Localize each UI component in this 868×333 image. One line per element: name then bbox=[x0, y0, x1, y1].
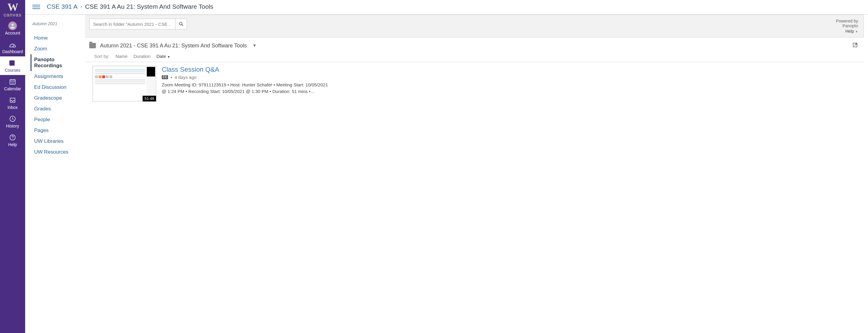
recording-details: Zoom Meeting ID: 97911123519 • Host: Hun… bbox=[162, 82, 330, 95]
course-menu-people[interactable]: People bbox=[32, 114, 81, 125]
breadcrumb-separator: › bbox=[81, 4, 82, 9]
term-label: Autumn 2021 bbox=[32, 21, 81, 26]
chevron-down-icon: ▼ bbox=[855, 30, 858, 33]
brand-logo[interactable]: W canvas bbox=[0, 0, 25, 19]
global-nav: W canvas Account Dashboard Courses Calen… bbox=[0, 0, 25, 333]
course-menu-panopto[interactable]: Panopto Recordings bbox=[31, 54, 81, 71]
nav-help[interactable]: Help bbox=[0, 131, 25, 149]
nav-help-label: Help bbox=[0, 142, 25, 147]
topbar: CSE 391 A › CSE 391 A Au 21: System And … bbox=[25, 0, 868, 15]
panopto-brand-label: Panopto bbox=[836, 23, 858, 28]
sort-row: Sort by: Name Duration Date ▼ bbox=[85, 53, 864, 62]
breadcrumb-course-link[interactable]: CSE 391 A bbox=[47, 3, 78, 10]
open-external-button[interactable] bbox=[852, 42, 859, 50]
recording-thumbnail[interactable]: 51:46 bbox=[92, 66, 156, 102]
recording-info: Class Session Q&A CC • 4 days ago Zoom M… bbox=[162, 66, 330, 102]
nav-calendar-label: Calendar bbox=[0, 86, 25, 91]
avatar-icon bbox=[0, 22, 25, 30]
search-input[interactable] bbox=[90, 19, 175, 29]
sort-label: Sort by: bbox=[94, 54, 110, 59]
search-button[interactable] bbox=[175, 19, 187, 29]
svg-point-4 bbox=[12, 139, 13, 139]
nav-history-label: History bbox=[0, 123, 25, 129]
nav-account[interactable]: Account bbox=[0, 19, 25, 38]
recording-age: 4 days ago bbox=[175, 75, 196, 80]
course-menu-gradescope[interactable]: Gradescope bbox=[32, 93, 81, 104]
chevron-down-icon: ▼ bbox=[167, 55, 170, 58]
bullet-icon: • bbox=[170, 75, 172, 80]
powered-by-label: Powered by bbox=[836, 19, 858, 23]
panopto-help-label: Help bbox=[845, 29, 854, 34]
courses-icon bbox=[0, 59, 25, 67]
course-menu-home[interactable]: Home bbox=[32, 33, 81, 44]
cc-badge: CC bbox=[162, 75, 168, 79]
uw-logo: W bbox=[0, 2, 25, 12]
nav-calendar[interactable]: Calendar bbox=[0, 75, 25, 93]
nav-history[interactable]: History bbox=[0, 112, 25, 131]
breadcrumb: CSE 391 A › CSE 391 A Au 21: System And … bbox=[47, 3, 213, 10]
course-menu-uwres[interactable]: UW Resources bbox=[32, 147, 81, 158]
sort-name[interactable]: Name bbox=[116, 54, 128, 59]
product-name: canvas bbox=[0, 12, 25, 18]
sort-duration[interactable]: Duration bbox=[133, 54, 151, 59]
course-menu-assignments[interactable]: Assignments bbox=[32, 71, 81, 82]
search-box bbox=[89, 19, 187, 29]
inbox-icon bbox=[0, 96, 25, 104]
recording-title-link[interactable]: Class Session Q&A bbox=[162, 66, 330, 74]
help-icon bbox=[0, 133, 25, 142]
panopto-frame: Powered by Panopto Help ▼ Autumn 2021 - … bbox=[85, 15, 864, 333]
nav-courses-label: Courses bbox=[0, 68, 25, 73]
nav-inbox[interactable]: Inbox bbox=[0, 93, 25, 112]
nav-courses[interactable]: Courses bbox=[0, 56, 25, 75]
open-external-icon bbox=[852, 42, 859, 48]
panopto-header: Powered by Panopto Help ▼ bbox=[85, 15, 864, 37]
main-area: CSE 391 A › CSE 391 A Au 21: System And … bbox=[25, 0, 868, 333]
folder-name: Autumn 2021 - CSE 391 A Au 21: System An… bbox=[100, 43, 247, 49]
search-icon bbox=[179, 21, 184, 27]
recording-item: 51:46 Class Session Q&A CC • 4 days ago … bbox=[92, 66, 859, 102]
recordings-list: 51:46 Class Session Q&A CC • 4 days ago … bbox=[85, 62, 864, 102]
course-menu-ed[interactable]: Ed Discussion bbox=[32, 82, 81, 93]
course-menu-grades[interactable]: Grades bbox=[32, 104, 81, 114]
panopto-help-dropdown[interactable]: Help ▼ bbox=[836, 29, 858, 34]
folder-icon bbox=[89, 43, 96, 48]
course-menu-zoom[interactable]: Zoom bbox=[32, 44, 81, 54]
content-body: Autumn 2021 Home Zoom Panopto Recordings… bbox=[25, 15, 868, 333]
calendar-icon bbox=[0, 77, 25, 86]
svg-point-5 bbox=[179, 22, 182, 25]
folder-dropdown-button[interactable]: ▼ bbox=[251, 43, 258, 48]
history-icon bbox=[0, 115, 25, 123]
course-menu-uwlib[interactable]: UW Libraries bbox=[32, 136, 81, 147]
course-menu-pages[interactable]: Pages bbox=[32, 125, 81, 136]
nav-account-label: Account bbox=[0, 31, 25, 35]
sort-date[interactable]: Date ▼ bbox=[156, 54, 170, 59]
nav-dashboard[interactable]: Dashboard bbox=[0, 38, 25, 56]
recording-duration-stamp: 51:46 bbox=[143, 96, 156, 102]
sort-date-label: Date bbox=[156, 54, 166, 59]
course-menu: Autumn 2021 Home Zoom Panopto Recordings… bbox=[25, 15, 85, 333]
dashboard-icon bbox=[0, 40, 25, 49]
folder-row: Autumn 2021 - CSE 391 A Au 21: System An… bbox=[85, 37, 864, 53]
toggle-course-menu-button[interactable] bbox=[32, 4, 40, 9]
nav-inbox-label: Inbox bbox=[0, 105, 25, 110]
svg-point-0 bbox=[11, 24, 13, 26]
nav-dashboard-label: Dashboard bbox=[0, 49, 25, 54]
page-title: CSE 391 A Au 21: System And Software Too… bbox=[85, 3, 213, 10]
